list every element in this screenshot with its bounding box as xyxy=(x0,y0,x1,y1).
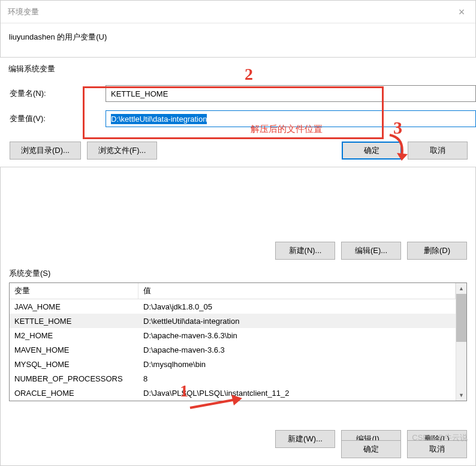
table-row[interactable]: MAVEN_HOMED:\apache-maven-3.6.3 xyxy=(10,342,456,357)
table-row[interactable]: MYSQL_HOMED:\mysqlhome\bin xyxy=(10,357,456,371)
browse-dir-button[interactable]: 浏览目录(D)... xyxy=(10,142,81,160)
cell-var-value: D:\apache-maven-3.6.3\bin xyxy=(138,330,456,341)
table-row[interactable]: ORACLE_HOMED:\Java\PLSQL\PLSQL\instantcl… xyxy=(10,386,456,400)
cell-var-name: MYSQL_HOME xyxy=(10,359,138,370)
cell-var-name: ORACLE_HOME xyxy=(10,387,138,399)
cell-var-value: D:\kettleUtil\data-integration xyxy=(138,315,456,327)
user-edit-button[interactable]: 编辑(E)... xyxy=(341,242,401,260)
footer-ok-button[interactable]: 确定 xyxy=(341,440,401,458)
user-vars-label: liuyundashen 的用户变量(U) xyxy=(9,32,467,43)
cell-var-value: D:\apache-maven-3.6.3 xyxy=(138,344,456,356)
watermark: CSDN @牛云说 xyxy=(412,432,468,443)
sysvar-label: 系统变量(S) xyxy=(9,268,467,279)
listview-header: 变量 值 xyxy=(10,283,456,299)
edit-cancel-button[interactable]: 取消 xyxy=(408,142,468,160)
table-row[interactable]: NUMBER_OF_PROCESSORS8 xyxy=(10,371,456,386)
edit-sysvar-dialog: 编辑系统变量 变量名(N): 变量值(V): D:\kettleUtil\dat… xyxy=(0,57,476,167)
cell-var-name: KETTLE_HOME xyxy=(10,315,138,327)
table-row[interactable]: M2_HOMED:\apache-maven-3.6.3\bin xyxy=(10,328,456,342)
col-header-value[interactable]: 值 xyxy=(138,283,456,299)
var-value-label: 变量值(V): xyxy=(10,113,106,124)
var-value-input[interactable]: D:\kettleUtil\data-integration xyxy=(106,110,476,127)
sysvar-listview[interactable]: 变量 值 JAVA_HOMED:\Java\jdk1.8.0_05KETTLE_… xyxy=(9,282,467,401)
close-icon[interactable]: × xyxy=(448,1,475,23)
scroll-up-icon[interactable]: ▲ xyxy=(456,283,466,294)
user-new-button[interactable]: 新建(N)... xyxy=(275,242,335,260)
cell-var-value: 8 xyxy=(138,373,456,384)
sysvar-section: 系统变量(S) 变量 值 JAVA_HOMED:\Java\jdk1.8.0_0… xyxy=(1,260,475,456)
browse-file-button[interactable]: 浏览文件(F)... xyxy=(87,142,157,160)
cell-var-name: MAVEN_HOME xyxy=(10,344,138,356)
col-header-name[interactable]: 变量 xyxy=(10,283,138,299)
parent-titlebar: 环境变量 × xyxy=(1,1,475,23)
var-name-input[interactable] xyxy=(106,85,476,102)
cell-var-name: M2_HOME xyxy=(10,330,138,341)
scrollbar[interactable]: ▲ ▼ xyxy=(456,283,466,401)
edit-dialog-title: 编辑系统变量 xyxy=(0,58,476,78)
edit-ok-button[interactable]: 确定 xyxy=(342,142,402,160)
parent-title: 环境变量 xyxy=(8,7,39,17)
cell-var-value: D:\Java\PLSQL\PLSQL\instantclient_11_2 xyxy=(138,387,456,399)
table-row[interactable]: KETTLE_HOMED:\kettleUtil\data-integratio… xyxy=(10,314,456,328)
cell-var-name: NUMBER_OF_PROCESSORS xyxy=(10,373,138,384)
cell-var-name: JAVA_HOME xyxy=(10,301,138,312)
var-name-label: 变量名(N): xyxy=(10,88,106,99)
cell-var-value: D:\Java\jdk1.8.0_05 xyxy=(138,301,456,312)
scroll-thumb[interactable] xyxy=(456,294,466,342)
sys-new-button[interactable]: 新建(W)... xyxy=(275,430,335,448)
scroll-down-icon[interactable]: ▼ xyxy=(456,390,466,401)
user-delete-button[interactable]: 删除(D) xyxy=(407,242,467,260)
table-row[interactable]: JAVA_HOMED:\Java\jdk1.8.0_05 xyxy=(10,299,456,314)
cell-var-value: D:\mysqlhome\bin xyxy=(138,359,456,370)
